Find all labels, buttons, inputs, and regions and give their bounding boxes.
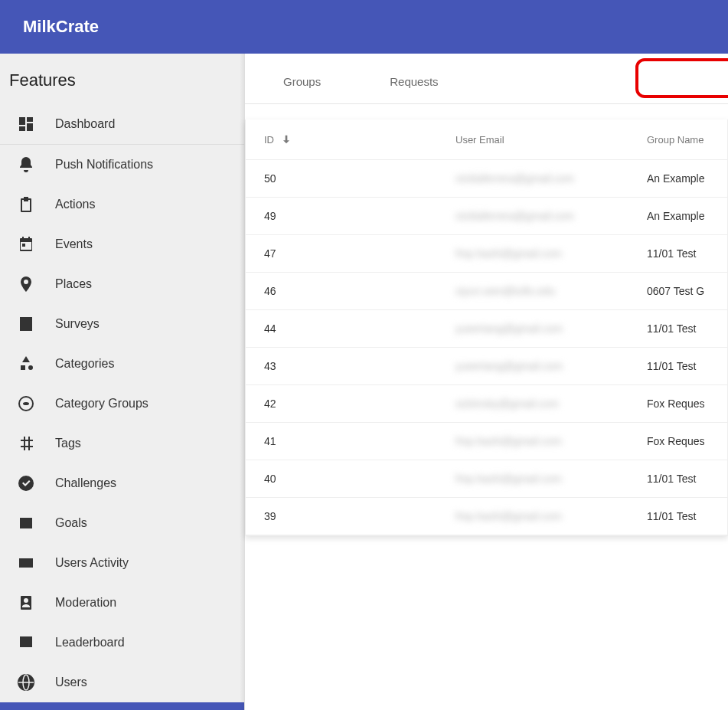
cell-email: nicklaferrera@gmail.com [455, 210, 647, 222]
survey-icon [17, 315, 35, 333]
tab-groups[interactable]: Groups [260, 60, 344, 103]
cell-group: 11/01 Test [647, 322, 709, 335]
column-header-id-label: ID [264, 134, 274, 146]
cell-id: 39 [264, 510, 455, 522]
sidebar-item-tags[interactable]: Tags [0, 424, 244, 463]
cell-email: yueertang@gmail.com [455, 360, 647, 372]
sidebar-item-label: Actions [55, 198, 95, 211]
cell-id: 49 [264, 210, 455, 222]
sort-desc-icon [280, 133, 292, 146]
table-row[interactable]: 39fmp.hashi@gmail.com11/01 Test [246, 498, 727, 535]
cell-group: 0607 Test G [647, 285, 709, 297]
brand-title: MilkCrate [23, 17, 99, 37]
dashboard-icon [17, 115, 35, 133]
badge-icon [17, 594, 35, 612]
cell-email: fmp.hashi@gmail.com [455, 510, 647, 522]
sidebar-item-users[interactable]: Users [0, 663, 244, 702]
cell-id: 42 [264, 398, 455, 410]
globe-icon [17, 673, 35, 692]
table-row[interactable]: 50nicklaferrera@gmail.comAn Example [246, 160, 727, 198]
calendar-icon [17, 235, 35, 254]
sidebar-heading: Features [0, 54, 244, 104]
sidebar-item-label: Goals [55, 516, 87, 530]
leaderboard-icon [17, 633, 35, 652]
tabs: Groups Requests [245, 60, 728, 104]
sidebar-item-events[interactable]: Events [0, 224, 244, 264]
cell-group: Fox Reques [647, 435, 709, 447]
sidebar-item-label: Users [55, 676, 87, 689]
sidebar-item-label: Category Groups [55, 397, 149, 411]
column-header-email[interactable]: User Email [455, 134, 647, 146]
shapes-icon [17, 355, 35, 373]
bell-icon [17, 155, 35, 174]
sidebar-item-leaderboard[interactable]: Leaderboard [0, 623, 244, 663]
sidebar-item-label: Leaderboard [55, 636, 125, 649]
cell-email: sizbinsky@gmail.com [455, 398, 647, 410]
sidebar-item-label: Moderation [55, 596, 116, 610]
top-bar: MilkCrate [0, 0, 728, 54]
cell-email: fmp.hashi@gmail.com [455, 247, 647, 260]
cell-email: yueertang@gmail.com [455, 322, 647, 335]
sidebar-item-label: Events [55, 237, 93, 251]
sidebar-item-label: Categories [55, 357, 114, 371]
tab-requests[interactable]: Requests [344, 60, 484, 103]
cell-id: 50 [264, 172, 455, 185]
clipboard-icon [17, 195, 35, 214]
table-row[interactable]: 46siyun.wen@tufts.edu0607 Test G [246, 273, 727, 310]
cell-email: fmp.hashi@gmail.com [455, 435, 647, 447]
sidebar-item-category-groups[interactable]: Category Groups [0, 384, 244, 424]
sidebar-item-label: Challenges [55, 476, 116, 490]
hash-icon [17, 434, 35, 453]
cell-id: 43 [264, 360, 455, 372]
sidebar-item-users-activity[interactable]: Users Activity [0, 543, 244, 583]
cell-id: 47 [264, 247, 455, 260]
sidebar-item-actions[interactable]: Actions [0, 185, 244, 224]
table-row[interactable]: 43yueertang@gmail.com11/01 Test [246, 348, 727, 385]
column-header-id[interactable]: ID [264, 133, 455, 146]
requests-table: ID User Email Group Name 50nicklaferrera… [245, 119, 728, 536]
cell-group: 11/01 Test [647, 360, 709, 372]
table-row[interactable]: 41fmp.hashi@gmail.comFox Reques [246, 423, 727, 460]
table-header: ID User Email Group Name [246, 119, 727, 160]
cell-id: 44 [264, 322, 455, 335]
cell-id: 46 [264, 285, 455, 297]
cell-group: 11/01 Test [647, 510, 709, 522]
sidebar-item-challenges[interactable]: Challenges [0, 463, 244, 503]
sidebar: Features Dashboard Push Notifications Ac… [0, 54, 245, 710]
cell-group: Fox Reques [647, 398, 709, 410]
check-circle-icon [17, 474, 35, 492]
cell-email: fmp.hashi@gmail.com [455, 473, 647, 485]
sidebar-item-label: Dashboard [55, 117, 115, 131]
content-area: Groups Requests ID User Email Group Name… [245, 54, 728, 710]
sidebar-item-label: Push Notifications [55, 158, 153, 172]
sidebar-item-groups[interactable]: Groups [0, 702, 244, 710]
sidebar-item-moderation[interactable]: Moderation [0, 583, 244, 623]
rect-icon [17, 554, 35, 572]
cell-email: nicklaferrera@gmail.com [455, 172, 647, 185]
cell-group: An Example [647, 172, 709, 185]
sidebar-item-surveys[interactable]: Surveys [0, 304, 244, 344]
meter-icon [17, 514, 35, 532]
sidebar-item-goals[interactable]: Goals [0, 503, 244, 543]
cell-group: 11/01 Test [647, 473, 709, 485]
sidebar-item-label: Surveys [55, 317, 100, 331]
sidebar-item-places[interactable]: Places [0, 264, 244, 304]
sidebar-item-label: Places [55, 277, 92, 291]
column-header-group[interactable]: Group Name [647, 134, 709, 146]
cell-id: 40 [264, 473, 455, 485]
sidebar-item-label: Users Activity [55, 556, 129, 570]
table-row[interactable]: 44yueertang@gmail.com11/01 Test [246, 310, 727, 348]
sidebar-item-dashboard[interactable]: Dashboard [0, 104, 244, 145]
table-row[interactable]: 47fmp.hashi@gmail.com11/01 Test [246, 235, 727, 273]
cell-email: siyun.wen@tufts.edu [455, 285, 647, 297]
place-icon [17, 275, 35, 293]
sphere-icon [17, 394, 35, 413]
sidebar-item-label: Tags [55, 437, 81, 450]
table-row[interactable]: 40fmp.hashi@gmail.com11/01 Test [246, 460, 727, 498]
cell-id: 41 [264, 435, 455, 447]
sidebar-item-categories[interactable]: Categories [0, 344, 244, 384]
sidebar-item-push-notifications[interactable]: Push Notifications [0, 145, 244, 185]
cell-group: An Example [647, 210, 709, 222]
table-row[interactable]: 49nicklaferrera@gmail.comAn Example [246, 198, 727, 235]
table-row[interactable]: 42sizbinsky@gmail.comFox Reques [246, 385, 727, 423]
